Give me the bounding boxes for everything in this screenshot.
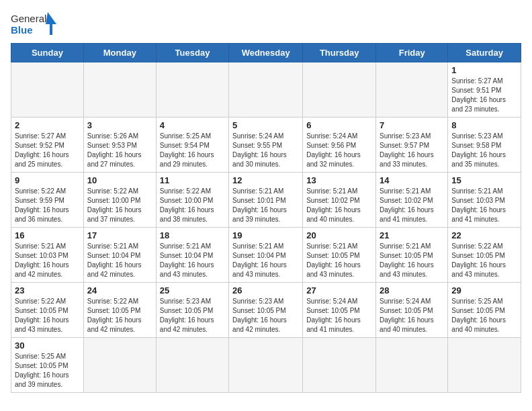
calendar-day-cell: 16Sunrise: 5:21 AM Sunset: 10:03 PM Dayl… [11, 228, 84, 283]
day-of-week-header: Saturday [448, 44, 521, 62]
day-number: 25 [160, 285, 225, 295]
day-info: Sunrise: 5:22 AM Sunset: 10:05 PM Daylig… [15, 297, 80, 334]
page-header: GeneralBlue [11, 11, 521, 38]
calendar-day-cell: 29Sunrise: 5:25 AM Sunset: 10:05 PM Dayl… [448, 283, 521, 338]
calendar-day-cell: 12Sunrise: 5:21 AM Sunset: 10:01 PM Dayl… [229, 173, 303, 228]
calendar-day-cell: 6Sunrise: 5:24 AM Sunset: 9:56 PM Daylig… [303, 118, 376, 173]
day-info: Sunrise: 5:22 AM Sunset: 10:00 PM Daylig… [160, 187, 225, 224]
calendar-day-cell: 21Sunrise: 5:21 AM Sunset: 10:05 PM Dayl… [376, 228, 448, 283]
day-number: 14 [380, 175, 444, 185]
day-number: 6 [306, 120, 372, 130]
calendar-day-cell [11, 62, 84, 118]
calendar-header-row: SundayMondayTuesdayWednesdayThursdayFrid… [11, 44, 521, 62]
day-number: 11 [160, 175, 225, 185]
calendar-day-cell: 23Sunrise: 5:22 AM Sunset: 10:05 PM Dayl… [11, 283, 84, 338]
day-info: Sunrise: 5:22 AM Sunset: 9:59 PM Dayligh… [15, 187, 80, 224]
day-info: Sunrise: 5:23 AM Sunset: 9:57 PM Dayligh… [380, 132, 444, 169]
day-of-week-header: Wednesday [229, 44, 303, 62]
day-number: 23 [15, 285, 80, 295]
calendar-day-cell: 13Sunrise: 5:21 AM Sunset: 10:02 PM Dayl… [303, 173, 376, 228]
calendar-day-cell [229, 62, 303, 118]
calendar-day-cell: 17Sunrise: 5:21 AM Sunset: 10:04 PM Dayl… [83, 228, 156, 283]
day-number: 28 [380, 285, 444, 295]
day-info: Sunrise: 5:25 AM Sunset: 10:05 PM Daylig… [451, 297, 517, 334]
day-info: Sunrise: 5:26 AM Sunset: 9:53 PM Dayligh… [87, 132, 152, 169]
calendar-day-cell [156, 338, 228, 393]
calendar-week-row: 9Sunrise: 5:22 AM Sunset: 9:59 PM Daylig… [11, 173, 521, 228]
day-info: Sunrise: 5:21 AM Sunset: 10:02 PM Daylig… [306, 187, 372, 224]
day-number: 13 [306, 175, 372, 185]
day-info: Sunrise: 5:21 AM Sunset: 10:02 PM Daylig… [380, 187, 444, 224]
day-info: Sunrise: 5:25 AM Sunset: 10:05 PM Daylig… [15, 352, 80, 390]
day-info: Sunrise: 5:21 AM Sunset: 10:04 PM Daylig… [232, 242, 299, 279]
day-number: 4 [160, 120, 225, 130]
day-number: 7 [380, 120, 444, 130]
day-info: Sunrise: 5:24 AM Sunset: 10:05 PM Daylig… [306, 297, 372, 334]
day-info: Sunrise: 5:23 AM Sunset: 9:58 PM Dayligh… [451, 132, 517, 169]
day-of-week-header: Thursday [303, 44, 376, 62]
svg-text:Blue: Blue [11, 24, 33, 36]
calendar-day-cell: 14Sunrise: 5:21 AM Sunset: 10:02 PM Dayl… [376, 173, 448, 228]
day-number: 3 [87, 120, 152, 130]
day-number: 21 [380, 230, 444, 240]
day-info: Sunrise: 5:25 AM Sunset: 9:54 PM Dayligh… [160, 132, 225, 169]
calendar-day-cell: 7Sunrise: 5:23 AM Sunset: 9:57 PM Daylig… [376, 118, 448, 173]
calendar-day-cell: 26Sunrise: 5:23 AM Sunset: 10:05 PM Dayl… [229, 283, 303, 338]
calendar-day-cell: 24Sunrise: 5:22 AM Sunset: 10:05 PM Dayl… [83, 283, 156, 338]
day-info: Sunrise: 5:22 AM Sunset: 10:05 PM Daylig… [451, 242, 517, 279]
calendar-day-cell [376, 338, 448, 393]
day-number: 10 [87, 175, 152, 185]
day-number: 5 [232, 120, 299, 130]
day-info: Sunrise: 5:21 AM Sunset: 10:01 PM Daylig… [232, 187, 299, 224]
day-number: 24 [87, 285, 152, 295]
calendar-day-cell: 8Sunrise: 5:23 AM Sunset: 9:58 PM Daylig… [448, 118, 521, 173]
day-number: 22 [451, 230, 517, 240]
day-info: Sunrise: 5:21 AM Sunset: 10:04 PM Daylig… [87, 242, 152, 279]
day-of-week-header: Friday [376, 44, 448, 62]
svg-text:General: General [11, 13, 46, 24]
day-number: 15 [451, 175, 517, 185]
calendar-day-cell: 15Sunrise: 5:21 AM Sunset: 10:03 PM Dayl… [448, 173, 521, 228]
calendar-table: SundayMondayTuesdayWednesdayThursdayFrid… [11, 43, 521, 393]
calendar-day-cell: 1Sunrise: 5:27 AM Sunset: 9:51 PM Daylig… [448, 62, 521, 118]
day-info: Sunrise: 5:24 AM Sunset: 9:56 PM Dayligh… [306, 132, 372, 169]
day-info: Sunrise: 5:27 AM Sunset: 9:52 PM Dayligh… [15, 132, 80, 169]
day-info: Sunrise: 5:24 AM Sunset: 10:05 PM Daylig… [380, 297, 444, 334]
day-info: Sunrise: 5:21 AM Sunset: 10:03 PM Daylig… [15, 242, 80, 279]
calendar-week-row: 1Sunrise: 5:27 AM Sunset: 9:51 PM Daylig… [11, 62, 521, 118]
day-number: 2 [15, 120, 80, 130]
calendar-day-cell: 10Sunrise: 5:22 AM Sunset: 10:00 PM Dayl… [83, 173, 156, 228]
day-number: 1 [451, 65, 517, 75]
calendar-day-cell: 22Sunrise: 5:22 AM Sunset: 10:05 PM Dayl… [448, 228, 521, 283]
day-number: 26 [232, 285, 299, 295]
day-info: Sunrise: 5:23 AM Sunset: 10:05 PM Daylig… [232, 297, 299, 334]
calendar-day-cell: 5Sunrise: 5:24 AM Sunset: 9:55 PM Daylig… [229, 118, 303, 173]
calendar-week-row: 23Sunrise: 5:22 AM Sunset: 10:05 PM Dayl… [11, 283, 521, 338]
day-number: 19 [232, 230, 299, 240]
logo: GeneralBlue [11, 11, 58, 38]
calendar-day-cell [303, 338, 376, 393]
calendar-day-cell: 19Sunrise: 5:21 AM Sunset: 10:04 PM Dayl… [229, 228, 303, 283]
calendar-day-cell: 2Sunrise: 5:27 AM Sunset: 9:52 PM Daylig… [11, 118, 84, 173]
day-number: 29 [451, 285, 517, 295]
day-info: Sunrise: 5:21 AM Sunset: 10:03 PM Daylig… [451, 187, 517, 224]
calendar-day-cell [83, 62, 156, 118]
calendar-day-cell [448, 338, 521, 393]
calendar-day-cell: 27Sunrise: 5:24 AM Sunset: 10:05 PM Dayl… [303, 283, 376, 338]
calendar-day-cell: 28Sunrise: 5:24 AM Sunset: 10:05 PM Dayl… [376, 283, 448, 338]
day-number: 30 [15, 340, 80, 351]
calendar-day-cell [83, 338, 156, 393]
day-info: Sunrise: 5:27 AM Sunset: 9:51 PM Dayligh… [451, 77, 517, 114]
calendar-day-cell [376, 62, 448, 118]
calendar-day-cell: 3Sunrise: 5:26 AM Sunset: 9:53 PM Daylig… [83, 118, 156, 173]
day-info: Sunrise: 5:21 AM Sunset: 10:05 PM Daylig… [380, 242, 444, 279]
day-number: 8 [451, 120, 517, 130]
day-info: Sunrise: 5:21 AM Sunset: 10:05 PM Daylig… [306, 242, 372, 279]
day-number: 18 [160, 230, 225, 240]
calendar-day-cell: 20Sunrise: 5:21 AM Sunset: 10:05 PM Dayl… [303, 228, 376, 283]
day-number: 20 [306, 230, 372, 240]
calendar-day-cell [156, 62, 228, 118]
day-number: 27 [306, 285, 372, 295]
day-info: Sunrise: 5:22 AM Sunset: 10:00 PM Daylig… [87, 187, 152, 224]
day-of-week-header: Sunday [11, 44, 84, 62]
